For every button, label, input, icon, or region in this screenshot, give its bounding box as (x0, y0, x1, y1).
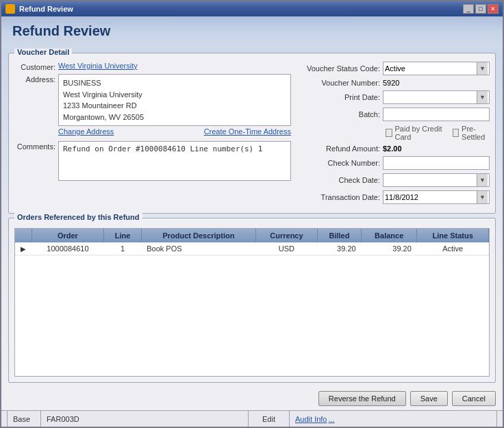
customer-link[interactable]: West Virginia University (58, 62, 291, 70)
col-product: Product Description (141, 229, 255, 242)
voucher-number-value: 5920 (383, 79, 490, 87)
check-date-label: Check Date: (298, 176, 380, 184)
title-bar-buttons: _ □ ✕ (463, 4, 499, 14)
base-label-segment: Base (7, 411, 41, 427)
reverse-refund-button[interactable]: Reverse the Refund (318, 391, 406, 406)
print-date-field[interactable]: ▼ (383, 90, 490, 104)
transaction-date-value: 11/8/2012 (385, 193, 418, 201)
paid-by-credit-item[interactable]: Paid by Credit Card (386, 125, 444, 141)
base-value: FAR003D (47, 415, 79, 423)
voucher-right-panel: Voucher Status Code: Active ▼ Voucher Nu… (298, 62, 490, 207)
row-indicator: ▶ (15, 242, 32, 255)
orders-table-container[interactable]: Order Line Product Description Currency … (14, 228, 490, 377)
cell-balance: 39.20 (362, 242, 417, 255)
create-one-time-link[interactable]: Create One-Time Address (204, 127, 291, 136)
cancel-button[interactable]: Cancel (452, 391, 496, 406)
close-button[interactable]: ✕ (488, 4, 499, 14)
checkbox-row-wrapper: Paid by Credit Card Pre-Settled (298, 125, 490, 141)
orders-table-header: Order Line Product Description Currency … (15, 229, 489, 242)
pre-settled-item[interactable]: Pre-Settled (453, 125, 490, 141)
batch-label: Batch: (298, 110, 380, 118)
maximize-button[interactable]: □ (475, 4, 486, 14)
batch-field[interactable] (383, 108, 490, 121)
minimize-button[interactable]: _ (463, 4, 474, 14)
check-number-row: Check Number: (298, 156, 490, 170)
window-header: Refund Review (1, 16, 503, 49)
voucher-status-arrow: ▼ (477, 62, 488, 75)
cell-order: 1000084610 (32, 242, 104, 255)
address-links: Change Address Create One-Time Address (58, 127, 291, 136)
check-number-field[interactable] (383, 156, 490, 170)
edit-segment: Edit (249, 411, 290, 427)
window-icon (5, 4, 15, 14)
comments-row: Comments: Refund on Order #1000084610 Li… (14, 141, 291, 183)
transaction-date-label: Transaction Date: (298, 193, 380, 201)
base-value-segment: FAR003D (41, 411, 249, 427)
cell-line: 1 (104, 242, 141, 255)
comments-label: Comments: (14, 141, 55, 151)
title-bar: Refund Review _ □ ✕ (1, 1, 503, 16)
voucher-detail-group: Voucher Detail Customer: West Virginia U… (8, 53, 496, 214)
voucher-status-row: Voucher Status Code: Active ▼ (298, 62, 490, 75)
title-bar-text: Refund Review (19, 5, 459, 13)
save-button[interactable]: Save (410, 391, 448, 406)
voucher-detail-title: Voucher Detail (14, 49, 72, 56)
transaction-date-arrow: ▼ (477, 191, 488, 203)
address-box: BUSINESS West Virginia University 1233 M… (58, 74, 291, 126)
base-label: Base (13, 415, 30, 423)
voucher-status-select-wrapper: Active ▼ (383, 62, 490, 75)
checkboxes: Paid by Credit Card Pre-Settled (386, 125, 490, 141)
cell-status: Active (417, 242, 489, 255)
orders-table: Order Line Product Description Currency … (15, 229, 489, 255)
col-currency: Currency (256, 229, 318, 242)
pre-settled-label: Pre-Settled (462, 125, 490, 141)
audit-dots: ... (328, 415, 334, 423)
audit-info-segment[interactable]: Audit Info ... (290, 411, 497, 427)
main-window: Refund Review _ □ ✕ Refund Review Vouche… (0, 0, 504, 428)
comments-textarea[interactable]: Refund on Order #1000084610 Line number(… (58, 141, 291, 181)
address-row: Address: BUSINESS West Virginia Universi… (14, 74, 291, 138)
voucher-left-panel: Customer: West Virginia University Addre… (14, 62, 291, 207)
cell-billed: 39.20 (317, 242, 361, 255)
check-date-field[interactable]: ▼ (383, 173, 490, 187)
voucher-detail-layout: Customer: West Virginia University Addre… (14, 56, 490, 207)
voucher-number-row: Voucher Number: 5920 (298, 79, 490, 87)
address-label: Address: (14, 74, 55, 84)
print-date-label: Print Date: (298, 93, 380, 101)
bottom-buttons: Reverse the Refund Save Cancel (1, 387, 503, 410)
voucher-number-label: Voucher Number: (298, 79, 380, 87)
col-status: Line Status (417, 229, 489, 242)
cell-product: Book POS (141, 242, 255, 255)
table-row[interactable]: ▶ 1000084610 1 Book POS USD 39.20 39.20 … (15, 242, 489, 255)
pre-settled-checkbox[interactable] (453, 129, 459, 137)
check-date-wrapper: ▼ (383, 173, 490, 187)
comments-wrapper: Refund on Order #1000084610 Line number(… (58, 141, 291, 183)
refund-amount-label: Refund Amount: (298, 144, 380, 153)
address-line-4: Morgantown, WV 26505 (63, 112, 286, 123)
edit-label: Edit (262, 415, 275, 423)
refund-amount-row: Refund Amount: $2.00 (298, 144, 490, 153)
transaction-date-wrapper: 11/8/2012 ▼ (383, 190, 490, 204)
main-content: Voucher Detail Customer: West Virginia U… (1, 49, 503, 387)
customer-row: Customer: West Virginia University (14, 62, 291, 71)
orders-table-body: ▶ 1000084610 1 Book POS USD 39.20 39.20 … (15, 242, 489, 255)
voucher-status-select[interactable]: Active ▼ (383, 62, 490, 75)
paid-by-credit-checkbox[interactable] (386, 129, 392, 137)
check-number-label: Check Number: (298, 159, 380, 167)
check-date-row: Check Date: ▼ (298, 173, 490, 187)
transaction-date-field[interactable]: 11/8/2012 ▼ (383, 190, 490, 204)
col-balance: Balance (362, 229, 417, 242)
batch-wrapper (383, 108, 490, 121)
batch-row: Batch: (298, 108, 490, 121)
voucher-status-label: Voucher Status Code: (298, 64, 380, 73)
page-title: Refund Review (12, 23, 492, 39)
audit-info-link[interactable]: Audit Info (295, 415, 327, 423)
address-line-3: 1233 Mountaineer RD (63, 100, 286, 112)
print-date-wrapper: ▼ (383, 90, 490, 104)
col-line: Line (104, 229, 141, 242)
address-box-wrapper: BUSINESS West Virginia University 1233 M… (58, 74, 291, 138)
change-address-link[interactable]: Change Address (58, 127, 114, 136)
customer-label: Customer: (14, 62, 55, 71)
refund-amount-value: $2.00 (383, 144, 490, 153)
address-line-1: BUSINESS (63, 77, 286, 89)
